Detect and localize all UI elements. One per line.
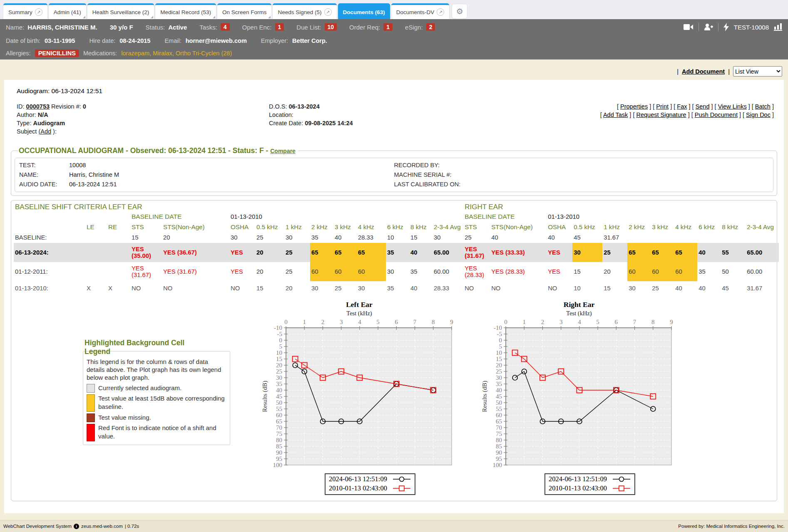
table-row[interactable]: 06-13-2024:YES (35.00)YES (36.67)YES2025… bbox=[14, 243, 779, 262]
counter-badge-esign[interactable]: 2 bbox=[426, 23, 435, 31]
action-fax[interactable]: Fax bbox=[677, 103, 687, 110]
action-request-signature[interactable]: Request Signature bbox=[636, 111, 686, 118]
settings-gear-icon[interactable]: ⚙ bbox=[452, 4, 467, 18]
action-view-links[interactable]: View Links bbox=[718, 103, 747, 110]
counter-label-open-enc: Open Enc: bbox=[242, 24, 272, 31]
action-push-document[interactable]: Push Document bbox=[695, 111, 738, 118]
action-print[interactable]: Print bbox=[656, 103, 669, 110]
external-link-icon[interactable]: ↗ bbox=[35, 8, 42, 16]
medication-link[interactable]: lorazepam bbox=[121, 50, 149, 57]
patient-allergy-row: Allergies: PENICILLINS Medications: lora… bbox=[0, 47, 788, 59]
svg-text:6: 6 bbox=[395, 319, 398, 325]
counter-badge-tasks[interactable]: 4 bbox=[221, 23, 230, 31]
table-cell bbox=[107, 262, 130, 281]
subject-add-link[interactable]: Add bbox=[38, 128, 51, 135]
right-baseline-date: 01-13-2010 bbox=[547, 212, 602, 221]
add-document-link[interactable]: Add Document bbox=[682, 68, 725, 75]
tab-documents-63[interactable]: Documents (63) bbox=[338, 3, 390, 19]
table-cell: 15 bbox=[572, 262, 602, 281]
tab-needs-signed-5[interactable]: Needs Signed (5)↗ bbox=[273, 3, 336, 19]
svg-text:20: 20 bbox=[496, 362, 502, 369]
occupational-audiogram-section: OCCUPATIONAL AUDIOGRAM - Observed: 06-13… bbox=[11, 146, 777, 196]
tab-documents-dv[interactable]: Documents-DV↗ bbox=[391, 3, 450, 19]
tab-admin-41[interactable]: Admin (41) bbox=[49, 3, 86, 19]
document-id-link[interactable]: 0000753 bbox=[26, 103, 50, 110]
add-user-icon[interactable] bbox=[704, 23, 713, 31]
table-cell: 30 bbox=[572, 243, 602, 262]
tab-label: Documents (63) bbox=[343, 9, 385, 15]
column-header: STS bbox=[130, 221, 162, 232]
info-value-date-of-birth: 03-11-1995 bbox=[45, 37, 75, 44]
table-cell: 20 bbox=[255, 262, 284, 281]
quick-action-bolt-icon[interactable] bbox=[723, 23, 729, 31]
left-ear-plot: 0123456789-10-50510152025303540455055606… bbox=[261, 317, 457, 468]
table-cell: 31.67 bbox=[746, 281, 779, 295]
table-cell: 15 bbox=[602, 281, 627, 295]
column-header: 8 kHz bbox=[721, 221, 746, 232]
medication-link[interactable]: Miralax bbox=[153, 50, 172, 57]
external-link-icon[interactable]: ↗ bbox=[324, 8, 332, 16]
name-label: Name: bbox=[6, 24, 24, 31]
baseline-date-label: BASELINE DATE bbox=[463, 212, 547, 221]
table-cell bbox=[721, 232, 746, 243]
info-label: LAST CALIBRATED ON: bbox=[394, 180, 473, 189]
counter-badge-order-req[interactable]: 1 bbox=[383, 23, 393, 31]
table-cell bbox=[85, 232, 107, 243]
table-cell: 65.00 bbox=[746, 243, 779, 262]
table-cell: 30 bbox=[357, 281, 386, 295]
table-row[interactable]: 01-13-2010:XXNONONO1520302530354028.33NO… bbox=[14, 281, 779, 295]
svg-text:8: 8 bbox=[432, 319, 435, 325]
action-sign-doc[interactable]: Sign Doc bbox=[746, 111, 771, 118]
table-cell: 60 bbox=[357, 262, 386, 281]
svg-text:45: 45 bbox=[276, 393, 282, 400]
counter-badge-due-list[interactable]: 10 bbox=[325, 23, 337, 31]
column-header: 2 kHz bbox=[627, 221, 651, 232]
compare-link[interactable]: Compare bbox=[270, 148, 296, 154]
table-cell bbox=[14, 221, 85, 232]
table-row[interactable]: 01-12-2011:YES (31.67)YES (31.67)YES2025… bbox=[14, 262, 779, 281]
audiogram-info-row: TEST:10008 bbox=[19, 161, 394, 170]
counter-badge-open-enc[interactable]: 1 bbox=[275, 23, 284, 31]
video-camera-icon[interactable] bbox=[684, 24, 694, 30]
table-cell: 20 bbox=[284, 281, 310, 295]
action-send[interactable]: Send bbox=[696, 103, 710, 110]
create-date-value: 09-08-2025 14:24 bbox=[305, 120, 353, 126]
action-batch[interactable]: Batch bbox=[755, 103, 771, 110]
counter-label-order-req: Order Req: bbox=[349, 24, 380, 31]
tab-summary[interactable]: Summary↗ bbox=[3, 3, 47, 19]
action-properties[interactable]: Properties bbox=[620, 103, 648, 110]
svg-text:5: 5 bbox=[499, 343, 502, 350]
svg-text:45: 45 bbox=[496, 393, 502, 400]
footer-host: zeus.med-web.com bbox=[81, 524, 123, 529]
svg-text:35: 35 bbox=[496, 381, 502, 387]
chart-stats-icon[interactable] bbox=[774, 23, 782, 31]
allergies-label: Allergies: bbox=[6, 50, 31, 57]
external-link-icon[interactable]: ↗ bbox=[437, 8, 444, 16]
patient-code: TEST-10008 bbox=[734, 24, 769, 31]
table-cell: 20 bbox=[162, 232, 229, 243]
info-label: RECORDED BY: bbox=[394, 161, 473, 170]
column-header: 3 kHz bbox=[651, 221, 674, 232]
row-label: 06-13-2024: bbox=[14, 243, 85, 262]
table-cell: 30 bbox=[310, 281, 333, 295]
view-select[interactable]: List View bbox=[733, 66, 782, 77]
svg-text:5: 5 bbox=[596, 319, 599, 325]
medication-link[interactable]: Ortho Tri-Cyclen (28) bbox=[176, 50, 232, 57]
tab-on-screen-forms[interactable]: On Screen Forms bbox=[217, 3, 272, 19]
info-icon[interactable]: i bbox=[74, 524, 79, 529]
tab-medical-record-53[interactable]: Medical Record (53) bbox=[155, 3, 216, 19]
counters: Tasks:4Open Enc:1Due List:10Order Req:1e… bbox=[199, 23, 444, 31]
table-cell: 30 bbox=[627, 281, 651, 295]
tab-health-surveillance-2[interactable]: Health Surveillance (2) bbox=[87, 3, 154, 19]
svg-text:-10: -10 bbox=[494, 324, 502, 331]
table-row[interactable]: BASELINE:1520302530354028.33101530254040… bbox=[14, 232, 779, 243]
chart-subtitle: Test (kHz) bbox=[261, 310, 457, 317]
info-label: NAME: bbox=[19, 170, 69, 180]
allergy-badge[interactable]: PENICILLINS bbox=[35, 49, 79, 57]
table-cell: YES (31.67) bbox=[463, 243, 490, 262]
dos-value: 06-13-2024 bbox=[289, 103, 320, 110]
action-add-task[interactable]: Add Task bbox=[603, 111, 628, 118]
column-header: 0.5 kHz bbox=[255, 221, 284, 232]
svg-text:25: 25 bbox=[276, 368, 282, 375]
table-cell: 45 bbox=[572, 232, 602, 243]
